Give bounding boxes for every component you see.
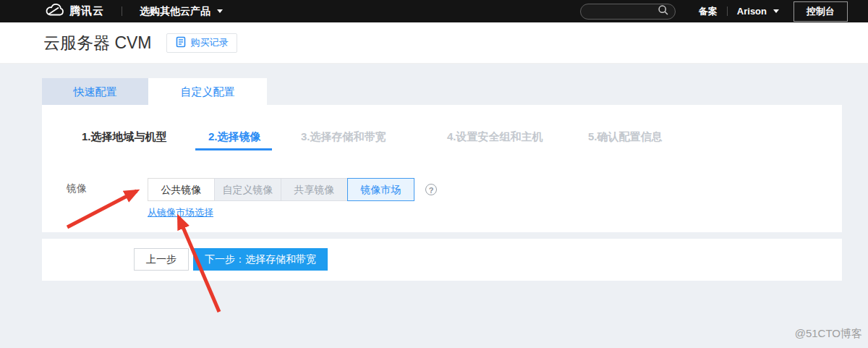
caret-down-icon: [773, 9, 779, 13]
purchase-history-button[interactable]: 购买记录: [166, 33, 237, 53]
purchase-history-icon: [175, 36, 187, 50]
option-custom-image[interactable]: 自定义镜像: [214, 178, 281, 201]
tab-quick-config[interactable]: 快速配置: [42, 78, 148, 105]
wizard-footer: 上一步 下一步：选择存储和带宽: [42, 239, 842, 281]
page-title: 云服务器 CVM: [43, 32, 152, 54]
divider: [122, 7, 122, 16]
help-icon[interactable]: ?: [425, 184, 437, 195]
cloud-logo-icon: [45, 3, 65, 20]
tencent-cloud-logo[interactable]: 腾讯云: [45, 3, 104, 20]
screenshot-frame: 腾讯云 选购其他云产品 备案 Arison 控制台 云服务器 CVM: [0, 0, 868, 348]
beian-link[interactable]: 备案: [699, 5, 718, 18]
image-type-group: 公共镜像 自定义镜像 共享镜像 镜像市场: [148, 178, 414, 201]
user-menu[interactable]: Arison: [737, 6, 779, 17]
user-name: Arison: [737, 6, 767, 17]
option-image-market[interactable]: 镜像市场: [347, 178, 414, 201]
purchase-history-label: 购买记录: [191, 36, 229, 49]
prev-step-button[interactable]: 上一步: [134, 248, 189, 271]
option-public-image[interactable]: 公共镜像: [148, 178, 215, 201]
step-storage-bandwidth[interactable]: 3.选择存储和带宽: [301, 130, 386, 144]
active-step-underline: [195, 148, 272, 150]
step-security-host[interactable]: 4.设置安全组和主机: [447, 130, 543, 144]
search-box[interactable]: [580, 4, 676, 20]
watermark: @51CTO博客: [795, 327, 862, 341]
step-region-and-model[interactable]: 1.选择地域与机型: [82, 130, 167, 144]
top-nav-bar: 腾讯云 选购其他云产品 备案 Arison 控制台: [0, 0, 868, 22]
image-field-label: 镜像: [67, 182, 87, 195]
search-input[interactable]: [587, 6, 658, 17]
console-button[interactable]: 控制台: [793, 1, 848, 22]
search-icon[interactable]: [658, 4, 669, 19]
brand-name: 腾讯云: [69, 4, 104, 18]
tab-custom-config[interactable]: 自定义配置: [148, 78, 267, 105]
step-select-image[interactable]: 2.选择镜像: [208, 130, 261, 144]
wizard-panel: 1.选择地域与机型 2.选择镜像 3.选择存储和带宽 4.设置安全组和主机 5.…: [42, 105, 842, 232]
products-menu[interactable]: 选购其他云产品: [140, 5, 223, 18]
config-tabs: 快速配置 自定义配置: [42, 78, 267, 105]
page-header: 云服务器 CVM 购买记录: [0, 22, 868, 64]
image-market-link[interactable]: 从镜像市场选择: [148, 206, 213, 219]
next-step-button[interactable]: 下一步：选择存储和带宽: [193, 248, 328, 271]
option-shared-image[interactable]: 共享镜像: [281, 178, 348, 201]
caret-down-icon: [217, 9, 223, 13]
divider: [727, 7, 728, 16]
products-menu-label: 选购其他云产品: [140, 5, 210, 18]
step-confirm-config[interactable]: 5.确认配置信息: [588, 130, 663, 144]
